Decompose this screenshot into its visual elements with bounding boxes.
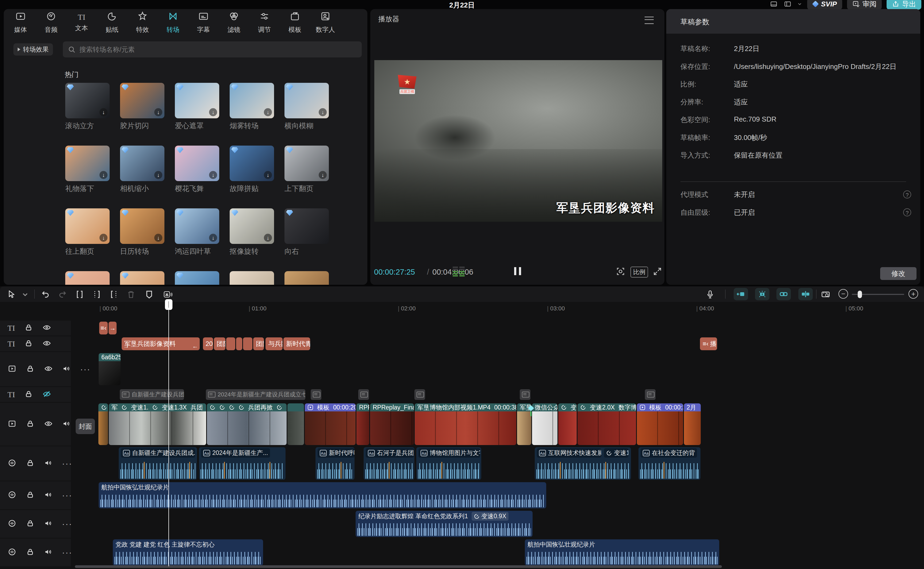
download-icon[interactable]: ↓ [209, 108, 217, 116]
player-menu-icon[interactable] [645, 17, 654, 24]
search-input[interactable] [79, 46, 357, 54]
speaker-icon[interactable] [44, 490, 53, 501]
zoom-in-icon[interactable]: + [909, 289, 918, 299]
link-clips-icon[interactable] [776, 288, 791, 300]
undo-icon[interactable] [40, 289, 51, 300]
transition-thumbnail[interactable] [175, 271, 219, 285]
tts-audio-clip[interactable]: Aa新时代呼唤红 [316, 447, 355, 480]
transition-thumbnail[interactable]: ↓ [175, 146, 219, 181]
text-clip[interactable]: 团队 [253, 338, 264, 350]
dots-icon[interactable]: ··· [62, 491, 72, 500]
lock-icon[interactable] [26, 519, 35, 529]
tab-sticker[interactable]: 贴纸 [97, 11, 127, 34]
transition-card[interactable]: ↓胶片切闪 [120, 83, 165, 131]
eye-icon[interactable] [44, 419, 53, 429]
subtitle-chip[interactable] [311, 389, 322, 400]
tab-caption[interactable]: 字幕 [188, 11, 219, 34]
review-button[interactable]: 审阅 [847, 0, 882, 10]
text-clip[interactable]: 军垦兵团影像资料→← [122, 338, 200, 350]
text-clip[interactable]: ≡‹播 [700, 338, 717, 350]
transition-thumbnail[interactable]: ↓ [175, 208, 219, 244]
download-icon[interactable]: ↓ [154, 108, 162, 116]
transition-thumbnail[interactable]: ↓ [230, 83, 274, 118]
media-icon[interactable] [8, 419, 17, 429]
lock-icon[interactable] [26, 490, 35, 501]
transition-card[interactable]: ↓烟雾转场 [230, 83, 274, 131]
transition-card[interactable]: ↓鸿运四叶草 [175, 208, 219, 256]
lock-icon[interactable] [24, 323, 33, 333]
download-icon[interactable]: ↓ [154, 171, 162, 179]
download-icon[interactable]: ↓ [99, 108, 107, 116]
speaker-icon[interactable] [62, 419, 71, 429]
video-clip[interactable]: 军变速1.变速1.3X兵团 [109, 403, 206, 445]
tab-template[interactable]: 模板 [280, 11, 310, 34]
cursor-tool-icon[interactable] [6, 289, 17, 300]
eyeoff-icon[interactable] [42, 389, 51, 400]
speaker-icon[interactable] [44, 458, 53, 469]
subtitle-chip[interactable] [645, 389, 656, 400]
help-icon[interactable]: ? [903, 208, 911, 216]
transition-thumbnail[interactable] [120, 271, 165, 285]
video-clip[interactable]: 军垦 [517, 403, 531, 445]
video-preview[interactable]: ★ 兵团卫视 军垦兵团影像资料 [374, 60, 662, 222]
tts-audio-clip[interactable]: Aa在社会变迁的背 [639, 447, 700, 480]
lock-icon[interactable] [26, 419, 35, 429]
text-clip[interactable]: 20 [203, 338, 213, 350]
eye-icon[interactable] [42, 323, 51, 333]
transition-thumbnail[interactable] [285, 208, 329, 244]
transition-card[interactable]: ↓日历转场 [120, 208, 165, 256]
lock-icon[interactable] [24, 389, 33, 400]
download-icon[interactable]: ↓ [264, 108, 272, 116]
cover-button[interactable]: 封面 [76, 418, 95, 434]
transition-card[interactable]: ↓上下翻页 [285, 146, 329, 193]
transition-thumbnail[interactable] [230, 271, 274, 285]
text-clip[interactable]: 团队 [214, 338, 226, 350]
transition-thumbnail[interactable]: ↓ [120, 208, 165, 244]
redo-icon[interactable] [57, 289, 68, 300]
modify-button[interactable]: 修改 [880, 267, 916, 280]
video-clip[interactable]: 2月 [684, 403, 701, 445]
layout-left-icon[interactable] [769, 0, 778, 8]
help-icon[interactable]: ? [903, 190, 911, 198]
transition-card[interactable] [285, 271, 329, 285]
speaker-icon[interactable] [62, 364, 71, 374]
tts-audio-clip[interactable]: Aa石河子是兵团人建 [364, 447, 415, 480]
video-clip[interactable]: 军垦博物馆内部视频1.MP400:00:38 [415, 403, 516, 445]
download-icon[interactable]: ↓ [319, 171, 327, 179]
sticker-clip[interactable]: → [108, 322, 117, 335]
video-clip[interactable]: RPF [357, 403, 369, 445]
subtitle-chip[interactable]: 2024年是新疆生产建设兵团成立七十周 [206, 389, 305, 400]
transition-thumbnail[interactable]: ↓ [65, 146, 110, 181]
tts-audio-clip[interactable]: Aa自新疆生产建设兵团成... [119, 447, 197, 480]
music-clip[interactable]: 航拍中国恢弘壮观纪录片 [525, 539, 719, 566]
transition-card[interactable] [120, 271, 165, 285]
record-voice-icon[interactable] [705, 289, 715, 300]
tts-audio-clip[interactable]: Aa博物馆用图片与文字的 [416, 447, 481, 480]
transition-card[interactable]: ↓爱心遮罩 [175, 83, 219, 131]
chevron-down-icon[interactable] [797, 2, 802, 7]
dots-icon[interactable]: ··· [62, 519, 72, 528]
transition-thumbnail[interactable]: ↓ [65, 208, 110, 244]
transition-thumbnail[interactable]: ↓ [175, 83, 219, 118]
zoom-out-icon[interactable]: − [839, 289, 848, 299]
mark-icon[interactable] [144, 289, 154, 300]
tts-audio-clip[interactable]: Aa互联网技术快速发展，...变速1. [535, 447, 631, 480]
video-clip[interactable]: 兵团再掀 [207, 403, 287, 445]
download-icon[interactable]: ↓ [99, 234, 107, 242]
transition-card[interactable]: ↓滚动立方 [65, 83, 110, 131]
transition-card[interactable]: ↓相机缩小 [120, 146, 165, 193]
transition-thumbnail[interactable]: ↓ [120, 146, 165, 181]
ratio-button[interactable]: 比例 [630, 266, 648, 278]
video-clip[interactable]: 模板00:00:20 [305, 403, 355, 445]
horizontal-scrollbar[interactable] [75, 565, 722, 568]
tab-media[interactable]: 媒体 [5, 11, 36, 34]
mute-split-icon[interactable] [163, 289, 173, 300]
video-clip[interactable]: 微信公众 [532, 403, 557, 445]
lock-icon[interactable] [24, 339, 33, 349]
transition-thumbnail[interactable]: ↓ [230, 208, 274, 244]
speaker-icon[interactable] [44, 548, 53, 557]
tab-fx[interactable]: 特效 [127, 11, 158, 34]
tab-text[interactable]: TI文本 [66, 11, 97, 34]
tab-audio[interactable]: 音频 [36, 11, 66, 34]
timeline-zoom-slider[interactable] [852, 294, 904, 295]
